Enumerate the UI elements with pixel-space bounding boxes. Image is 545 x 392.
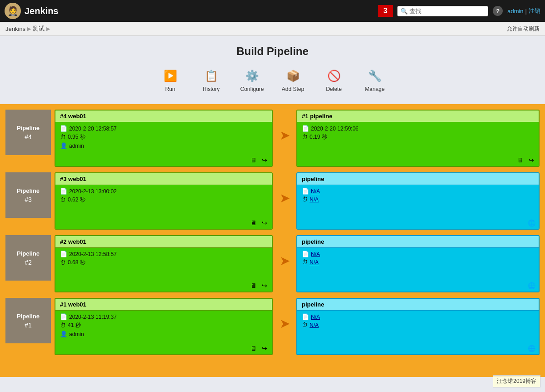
clock-icon: ⏱ <box>302 134 308 141</box>
na-duration-link[interactable]: N/A <box>310 259 319 266</box>
info-icon-right[interactable]: 🌐 <box>527 344 536 353</box>
na-date-link[interactable]: N/A <box>311 188 320 195</box>
search-box: 🔍 <box>397 6 488 16</box>
replay-icon[interactable]: ↪ <box>260 281 269 290</box>
console-icon[interactable]: 🖥 <box>249 156 258 165</box>
arrow-connector-row1: ➤ <box>276 316 293 331</box>
console-icon[interactable]: 🖥 <box>249 281 258 290</box>
job-date-row: 📄2020-2-20 12:58:57 <box>60 125 267 132</box>
pipeline-label-row2: Pipeline#2 <box>5 235 51 281</box>
right-card-body: 📄N/A⏱N/A <box>297 311 539 342</box>
auto-refresh-label[interactable]: 允许自动刷新 <box>507 25 540 33</box>
job-date: 2020-2-20 12:58:57 <box>69 126 117 132</box>
delete-button[interactable]: 🚫 Delete <box>320 68 348 92</box>
job-date: 2020-2-13 13:00:02 <box>69 188 117 195</box>
pipeline-area: Pipeline#4#4 web01📄2020-2-20 12:58:57⏱0.… <box>0 104 545 377</box>
calendar-icon: 📄 <box>302 251 309 257</box>
add-step-label: Add Step <box>282 86 304 92</box>
breadcrumb-nav: Jenkins ▶ 测试 ▶ <box>5 25 50 33</box>
clock-icon: ⏱ <box>60 196 66 203</box>
search-input[interactable] <box>410 8 482 15</box>
calendar-icon: 📄 <box>302 188 309 195</box>
info-icon-right[interactable]: 🌐 <box>527 218 536 227</box>
right-card-header[interactable]: pipeline <box>297 299 539 311</box>
history-button[interactable]: 📋 History <box>198 68 225 92</box>
calendar-icon: 📄 <box>60 313 67 320</box>
logo[interactable]: 🤵 Jenkins <box>5 3 58 19</box>
right-pipeline-card-row3: pipeline📄N/A⏱N/A 🌐 <box>296 172 540 230</box>
clock-icon: ⏱ <box>60 322 66 329</box>
left-card-header[interactable]: #1 web01 <box>55 299 272 311</box>
replay-icon[interactable]: ↪ <box>260 218 269 227</box>
help-button[interactable]: ? <box>493 6 503 16</box>
arrow-right-icon: ➤ <box>280 128 290 143</box>
run-button[interactable]: ▶️ Run <box>157 68 184 92</box>
console-icon[interactable]: 🖥 <box>249 344 258 353</box>
clock-icon: ⏱ <box>302 196 308 203</box>
calendar-icon: 📄 <box>60 125 67 132</box>
clock-icon: ⏱ <box>302 322 308 328</box>
left-card-body: 📄2020-2-20 12:58:57⏱0.95 秒👤admin <box>55 122 272 154</box>
right-date-row: 📄N/A <box>302 251 534 257</box>
right-card-footer: 🌐 <box>297 280 539 291</box>
add-step-button[interactable]: 📦 Add Step <box>280 68 307 92</box>
left-card-footer: 🖥 ↪ <box>55 217 272 229</box>
pipeline-label-num[interactable]: #4 <box>25 133 32 141</box>
na-date-link[interactable]: N/A <box>311 314 320 320</box>
info-icon-right[interactable]: 🌐 <box>527 281 536 290</box>
left-card-footer: 🖥 ↪ <box>55 280 272 291</box>
arrow-connector-row2: ➤ <box>276 253 293 268</box>
job-duration-row: ⏱0.95 秒 <box>60 133 267 141</box>
right-date-row: 📄N/A <box>302 313 534 320</box>
manage-icon: 🔧 <box>367 68 383 84</box>
run-label: Run <box>165 86 175 92</box>
right-date-row: 📄N/A <box>302 188 534 195</box>
job-duration: 41 秒 <box>68 322 81 329</box>
na-duration-link[interactable]: N/A <box>310 322 319 328</box>
right-card-header[interactable]: pipeline <box>297 173 539 185</box>
left-card-header[interactable]: #3 web01 <box>55 173 272 185</box>
na-duration-link[interactable]: N/A <box>310 196 319 203</box>
breadcrumb: Jenkins ▶ 测试 ▶ 允许自动刷新 <box>0 22 545 36</box>
na-date-link[interactable]: N/A <box>311 251 320 257</box>
delete-label: Delete <box>326 86 342 92</box>
pipeline-label-title: Pipeline <box>17 313 40 320</box>
right-card-body: 📄N/A⏱N/A <box>297 248 539 280</box>
right-card-header[interactable]: pipeline <box>297 236 539 248</box>
logo-text: Jenkins <box>25 6 58 16</box>
breadcrumb-test[interactable]: 测试 <box>33 25 45 33</box>
left-card-header[interactable]: #4 web01 <box>55 111 272 122</box>
pipeline-label-num[interactable]: #1 <box>25 322 32 329</box>
left-card-header[interactable]: #2 web01 <box>55 236 272 248</box>
configure-label: Configure <box>240 86 264 92</box>
job-date: 2020-2-13 12:58:57 <box>69 251 117 257</box>
left-job-card-row1: #1 web01📄2020-2-13 11:19:37⏱41 秒👤admin 🖥… <box>55 298 273 355</box>
replay-icon[interactable]: ↪ <box>260 156 269 165</box>
job-duration-row: ⏱0.62 秒 <box>60 196 267 204</box>
breadcrumb-jenkins[interactable]: Jenkins <box>5 25 25 32</box>
watermark: 汪念诺2019博客 <box>493 375 540 377</box>
user-profile-link[interactable]: admin <box>507 8 523 15</box>
console-icon-right[interactable]: 🖥 <box>516 156 525 165</box>
pipeline-label-num[interactable]: #3 <box>25 196 32 203</box>
arrow-connector-row4: ➤ <box>276 128 293 143</box>
console-icon[interactable]: 🖥 <box>249 218 258 227</box>
search-icon: 🔍 <box>400 8 408 15</box>
right-date: 2020-2-20 12:59:06 <box>311 126 359 132</box>
replay-icon[interactable]: ↪ <box>260 344 269 353</box>
replay-icon-right[interactable]: ↪ <box>527 156 536 165</box>
configure-button[interactable]: ⚙️ Configure <box>239 68 266 92</box>
right-card-header[interactable]: #1 pipeline <box>297 111 539 122</box>
manage-button[interactable]: 🔧 Manage <box>361 68 389 92</box>
notification-badge[interactable]: 3 <box>378 5 393 17</box>
right-duration-row: ⏱N/A <box>302 259 534 266</box>
page-title-area: Build Pipeline ▶️ Run 📋 History ⚙️ Confi… <box>0 36 545 104</box>
left-card-footer: 🖥 ↪ <box>55 342 272 354</box>
user-icon: 👤 <box>60 331 67 337</box>
right-card-body: 📄N/A⏱N/A <box>297 185 539 217</box>
pipeline-label-num[interactable]: #2 <box>25 259 32 266</box>
pipeline-label-row1: Pipeline#1 <box>5 298 51 343</box>
pipeline-row-row4: Pipeline#4#4 web01📄2020-2-20 12:58:57⏱0.… <box>5 110 540 167</box>
right-card-footer: 🌐 <box>297 217 539 229</box>
logout-link[interactable]: 注销 <box>529 7 540 15</box>
